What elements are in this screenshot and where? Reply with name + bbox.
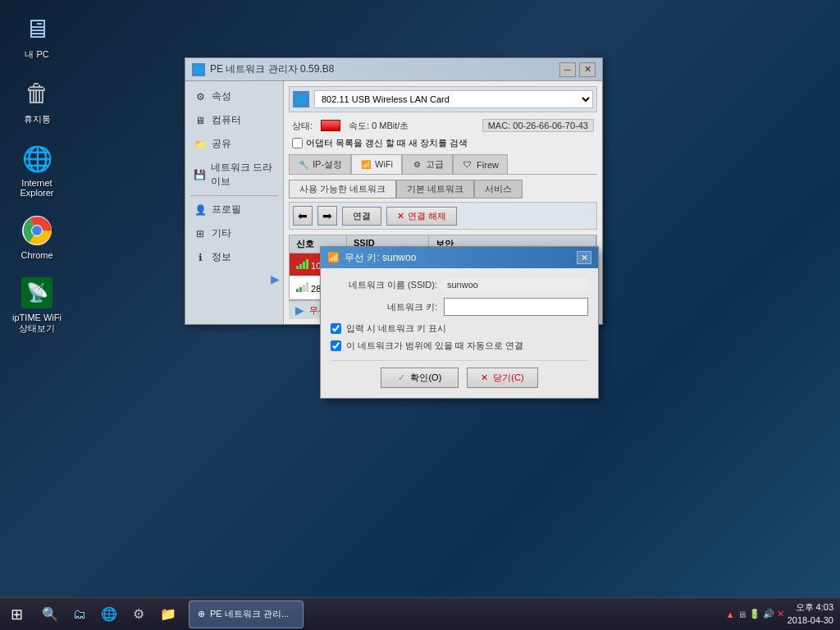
sidebar-item-netdrive[interactable]: 💾 네트워크 드라이브: [185, 156, 283, 194]
tray-volume-icon[interactable]: 🔊: [763, 609, 774, 619]
iptime-icon: 📡: [21, 276, 53, 309]
tray-battery-icon[interactable]: 🔋: [749, 609, 760, 619]
tab-ip-label: IP-설정: [313, 158, 342, 171]
ok-icon: ✓: [398, 372, 405, 383]
sidebar-item-properties[interactable]: ⚙ 속성: [185, 84, 283, 108]
chrome-icon: [21, 214, 53, 247]
clock-date: 2018-04-30: [788, 614, 833, 627]
key-field-label: 네트워크 키:: [331, 301, 437, 313]
start-button[interactable]: ⊞: [0, 598, 33, 631]
firewall-tab-icon: 🛡: [462, 159, 473, 171]
nm-title-left: 🌐 PE 네트워크 관리자 0.59.B8: [192, 62, 334, 76]
taskbar-ie-icon[interactable]: 🌐: [96, 601, 122, 628]
pwd-titlebar: 📶 무선 키: sunwoo ✕: [321, 247, 598, 268]
taskbar-folder-icon[interactable]: 📁: [155, 601, 181, 628]
show-key-label: 입력 시 네트워크 키 표시: [346, 322, 446, 335]
tab-firewall[interactable]: 🛡 Firew: [453, 154, 508, 174]
adapter-select[interactable]: 802.11 USB Wireless LAN Card: [314, 90, 593, 108]
sidebar-item-computer[interactable]: 🖥 컴퓨터: [185, 108, 283, 132]
disconnect-button[interactable]: ✕ 연결 해제: [386, 207, 457, 226]
clock-display[interactable]: 오후 4:03 2018-04-30: [788, 601, 833, 627]
ok-button[interactable]: ✓ 확인(O): [381, 368, 459, 388]
netdrive-icon: 💾: [194, 170, 206, 180]
tab-advanced-label: 고급: [426, 158, 444, 171]
subtab-service[interactable]: 서비스: [474, 180, 523, 199]
start-icon: ⊞: [11, 605, 23, 623]
taskbar-right: ▲ 🖥 🔋 🔊 ✕ 오후 4:03 2018-04-30: [719, 601, 840, 627]
nm-close-btn[interactable]: ✕: [579, 62, 596, 77]
profile-icon: 👤: [194, 205, 207, 215]
connect-btn-label: 연결: [353, 210, 371, 222]
tab-ip[interactable]: 🔧 IP-설정: [289, 154, 351, 174]
taskbar-tray-icons: ▲ 🖥 🔋 🔊 ✕: [726, 609, 784, 619]
chrome-label: Chrome: [21, 250, 52, 260]
svg-point-3: [32, 226, 42, 235]
tray-network-icon[interactable]: 🖥: [737, 609, 746, 619]
status-led: [321, 120, 340, 131]
taskbar-settings-icon[interactable]: ⚙: [126, 601, 152, 628]
arrow-right-btn[interactable]: ➡: [317, 206, 337, 226]
nm-title-icon: 🌐: [192, 63, 205, 76]
cancel-button[interactable]: ✕ 닫기(C): [467, 368, 537, 388]
ssid-field-label: 네트워크 이름 (SSID):: [331, 279, 437, 291]
ok-label: 확인(O): [410, 372, 441, 384]
adapter-row: 🌐 802.11 USB Wireless LAN Card: [289, 86, 597, 112]
auto-connect-checkbox[interactable]: [331, 340, 341, 351]
sidebar-item-info[interactable]: ℹ 정보: [185, 245, 283, 269]
taskbar-nm-icon: ⊕: [198, 609, 205, 619]
nm-minimize-btn[interactable]: ─: [559, 62, 576, 77]
tray-arrow-icon[interactable]: ▲: [726, 609, 735, 619]
desktop-icon-iptime[interactable]: 📡 ipTIME WiFi상태보기: [8, 272, 66, 339]
tab-wifi-label: WiFi: [375, 159, 393, 169]
sidebar-other-label: 기타: [212, 226, 231, 240]
show-key-checkbox-row: 입력 시 네트워크 키 표시: [331, 322, 588, 335]
computer-icon: 🖥: [194, 116, 207, 126]
taskbar-files-icon[interactable]: 🗂: [66, 601, 93, 628]
pwd-close-btn[interactable]: ✕: [577, 251, 591, 264]
sidebar-item-other[interactable]: ⊞ 기타: [185, 221, 283, 245]
nm-subtabs: 사용 가능한 네트워크 기본 네트워크 서비스: [289, 180, 597, 199]
connect-bar: ⬅ ➡ 연결 ✕ 연결 해제: [289, 202, 597, 230]
status-row: 상태: 속도: 0 MBit/초 MAC: 00-26-66-06-70-43: [289, 117, 597, 134]
disconnect-btn-label: 연결 해제: [408, 210, 446, 222]
ie-icon: 🌐: [21, 142, 53, 175]
sidebar-properties-label: 속성: [212, 89, 231, 103]
desktop: 🖥 내 PC 🗑 휴지통 🌐 InternetExplorer: [0, 0, 840, 630]
pwd-title-text: 무선 키: sunwoo: [345, 251, 416, 265]
ip-tab-icon: 🔧: [298, 159, 309, 171]
nm-title-text: PE 네트워크 관리자 0.59.B8: [210, 62, 334, 76]
sidebar-item-share[interactable]: 📁 공유: [185, 132, 283, 156]
subtab-available[interactable]: 사용 가능한 네트워크: [289, 180, 396, 199]
taskbar-nm-label: PE 네트워크 관리...: [210, 608, 289, 620]
desktop-icon-mypc[interactable]: 🖥 내 PC: [8, 8, 66, 65]
tab-wifi[interactable]: 📶 WiFi: [351, 154, 402, 174]
share-icon: 📁: [194, 139, 207, 149]
tab-firewall-label: Firew: [477, 160, 499, 170]
mypc-icon: 🖥: [21, 12, 53, 45]
taskbar-nm-app[interactable]: ⊕ PE 네트워크 관리...: [189, 600, 304, 628]
sidebar-arrow: ▶: [185, 269, 283, 289]
tab-advanced[interactable]: ⚙ 고급: [402, 154, 453, 174]
tray-x-icon[interactable]: ✕: [777, 609, 784, 619]
sidebar-item-profile[interactable]: 👤 프로필: [185, 198, 283, 221]
show-key-checkbox[interactable]: [331, 323, 341, 334]
connect-button[interactable]: 연결: [342, 207, 381, 226]
key-input[interactable]: [444, 298, 588, 316]
wifi-tab-icon: 📶: [360, 158, 372, 170]
arrow-left-btn[interactable]: ⬅: [293, 206, 313, 226]
taskbar-pinned-icons: 🔍 🗂 🌐 ⚙ 📁: [33, 601, 185, 628]
pwd-title-icon: 📶: [327, 252, 340, 263]
sidebar-netdrive-label: 네트워크 드라이브: [211, 161, 275, 189]
refresh-checkbox[interactable]: [292, 138, 303, 148]
trash-icon: 🗑: [21, 77, 53, 110]
desktop-icon-chrome[interactable]: Chrome: [8, 210, 66, 264]
desktop-icon-trash[interactable]: 🗑 휴지통: [8, 73, 66, 130]
subtab-default[interactable]: 기본 네트워크: [396, 180, 474, 199]
desktop-icon-ie[interactable]: 🌐 InternetExplorer: [8, 138, 66, 202]
sidebar-profile-label: 프로필: [212, 203, 241, 217]
speed-label: 속도: 0 MBit/초: [349, 120, 409, 132]
ssid-field-value: sunwoo: [444, 278, 588, 291]
taskbar-search-icon[interactable]: 🔍: [37, 601, 63, 628]
taskbar-apps: ⊕ PE 네트워크 관리...: [185, 600, 719, 628]
sidebar-divider: [190, 195, 278, 196]
